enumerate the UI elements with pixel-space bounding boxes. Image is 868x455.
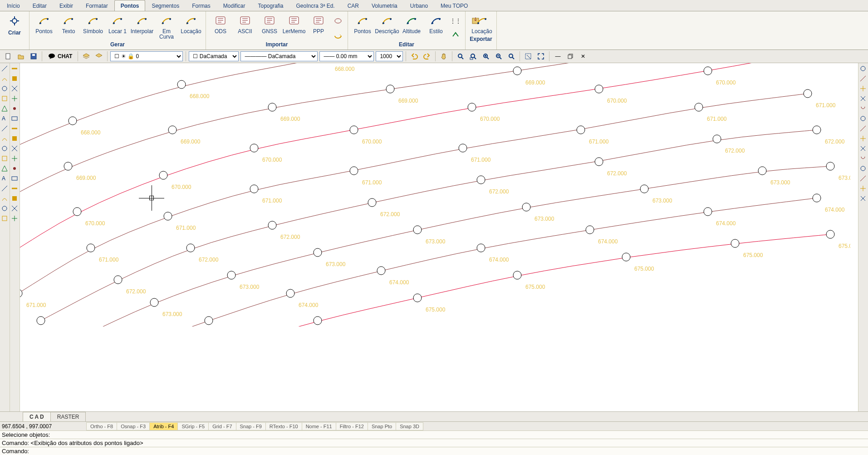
survey-point[interactable]	[758, 167, 766, 175]
survey-point[interactable]	[468, 103, 476, 111]
open-file-button[interactable]	[15, 51, 26, 61]
side-tool-15[interactable]	[0, 214, 9, 223]
s-mbolo-button[interactable]: Símbolo	[82, 13, 104, 35]
survey-point[interactable]	[314, 317, 322, 325]
side-tool-2[interactable]	[10, 84, 19, 93]
survey-point[interactable]	[477, 176, 485, 184]
side-tool-3[interactable]	[858, 94, 868, 103]
survey-point[interactable]	[314, 248, 322, 257]
survey-point[interactable]	[286, 289, 294, 297]
estilo-button[interactable]: Estilo	[425, 13, 447, 35]
survey-point[interactable]	[577, 126, 585, 134]
top-tab-modificar[interactable]: Modificar	[217, 0, 252, 11]
survey-point[interactable]	[164, 212, 172, 220]
side-tool-9[interactable]	[858, 154, 868, 163]
survey-point[interactable]	[704, 208, 712, 216]
side-tool-6[interactable]	[10, 124, 19, 133]
lineweight-select[interactable]: —— 0.00 mm	[319, 51, 374, 61]
survey-point[interactable]	[69, 117, 77, 125]
survey-point[interactable]	[813, 126, 821, 134]
survey-point[interactable]	[150, 298, 158, 307]
editar-extra-1[interactable]: ⋮⋮	[450, 15, 461, 27]
survey-point[interactable]	[477, 244, 485, 252]
status-toggle-ortho-f8[interactable]: Ortho - F8	[86, 422, 117, 430]
survey-point[interactable]	[640, 185, 648, 193]
layers-icon[interactable]	[81, 51, 92, 61]
side-tool-14[interactable]	[10, 204, 19, 213]
editar-extra-2[interactable]	[450, 29, 461, 40]
linetype-select[interactable]: ———— DaCamada	[240, 51, 318, 61]
top-tab-exibir[interactable]: Exibir	[53, 0, 79, 11]
command-prompt[interactable]: Comando:	[0, 447, 868, 455]
survey-point[interactable]	[159, 171, 167, 179]
redo-button[interactable]	[422, 51, 432, 61]
side-tool-0[interactable]	[0, 64, 9, 73]
side-tool-1[interactable]	[858, 74, 868, 83]
survey-point[interactable]	[186, 244, 195, 252]
survey-point[interactable]	[20, 289, 22, 297]
side-tool-13[interactable]	[858, 194, 868, 203]
save-file-button[interactable]	[28, 51, 39, 61]
survey-point[interactable]	[804, 89, 812, 98]
survey-point[interactable]	[177, 80, 186, 89]
survey-point[interactable]	[695, 103, 703, 111]
interpolar-button[interactable]: Interpolar	[131, 13, 153, 35]
lermemo-button[interactable]: LerMemo	[283, 13, 305, 35]
survey-point[interactable]	[37, 317, 45, 325]
side-tool-12[interactable]	[858, 184, 868, 193]
side-tool-8[interactable]	[0, 144, 9, 153]
window-restore-button[interactable]	[565, 51, 576, 61]
criar-ponto-button[interactable]	[4, 13, 25, 29]
top-tab-meu-topo[interactable]: Meu TOPO	[434, 0, 474, 11]
zoom-window-button[interactable]	[468, 51, 479, 61]
window-close-button[interactable]: ✕	[578, 51, 588, 61]
zoom-extents-button[interactable]	[506, 51, 517, 61]
side-tool-0[interactable]	[10, 64, 19, 73]
status-toggle-rtexto-f10[interactable]: RTexto - F10	[265, 422, 302, 430]
top-tab-formatar[interactable]: Formatar	[79, 0, 114, 11]
side-tool-10[interactable]	[10, 164, 19, 173]
gnss-button[interactable]: GNSS	[259, 13, 280, 35]
side-tool-2[interactable]	[858, 84, 868, 93]
survey-point[interactable]	[813, 194, 821, 202]
chat-button[interactable]: CHAT	[45, 53, 75, 60]
survey-point[interactable]	[350, 167, 358, 175]
status-toggle-atrib-f4[interactable]: Atrib - F4	[149, 422, 178, 430]
side-tool-9[interactable]	[10, 154, 19, 163]
scale-select[interactable]: 1000	[376, 51, 403, 61]
ascii-button[interactable]: ASCII	[234, 13, 256, 35]
survey-point[interactable]	[64, 162, 72, 170]
side-tool-4[interactable]	[0, 104, 9, 113]
top-tab-urbano[interactable]: Urbano	[404, 0, 434, 11]
zoom-realtime-button[interactable]	[455, 51, 466, 61]
status-toggle-grid-f7[interactable]: Grid - F7	[208, 422, 236, 430]
zoom-in-button[interactable]	[481, 51, 491, 61]
fullscreen-button[interactable]	[535, 51, 546, 61]
top-tab-segmentos[interactable]: Segmentos	[145, 0, 186, 11]
status-toggle-filtro-f12[interactable]: Filtro - F12	[336, 422, 368, 430]
top-tab-pontos[interactable]: Pontos	[114, 0, 146, 11]
survey-point[interactable]	[731, 239, 739, 247]
texto-button[interactable]: Texto	[58, 13, 79, 35]
side-tool-10[interactable]	[858, 164, 868, 173]
status-toggle-sgrip-f5[interactable]: SGrip - F5	[177, 422, 209, 430]
contour-line[interactable]	[41, 130, 817, 321]
status-toggle-snap-3d[interactable]: Snap 3D	[396, 422, 423, 430]
top-tab-volumetria[interactable]: Volumetria	[365, 0, 404, 11]
side-tool-15[interactable]	[10, 214, 19, 223]
survey-point[interactable]	[268, 103, 276, 111]
side-tool-10[interactable]	[0, 164, 9, 173]
side-tool-6[interactable]	[858, 124, 868, 133]
side-tool-13[interactable]	[0, 194, 9, 203]
select-window-button[interactable]	[523, 51, 534, 61]
side-tool-11[interactable]: A	[0, 174, 9, 183]
contour-line[interactable]	[132, 198, 817, 326]
top-tab-geoincra-3-ed-[interactable]: GeoIncra 3ª Ed.	[290, 0, 341, 11]
side-tool-2[interactable]	[0, 84, 9, 93]
side-tool-6[interactable]	[0, 124, 9, 133]
side-tool-14[interactable]	[0, 204, 9, 213]
import-extra-1[interactable]	[332, 15, 344, 27]
side-tool-7[interactable]	[858, 134, 868, 143]
survey-point[interactable]	[586, 226, 594, 234]
side-tool-11[interactable]	[10, 174, 19, 183]
